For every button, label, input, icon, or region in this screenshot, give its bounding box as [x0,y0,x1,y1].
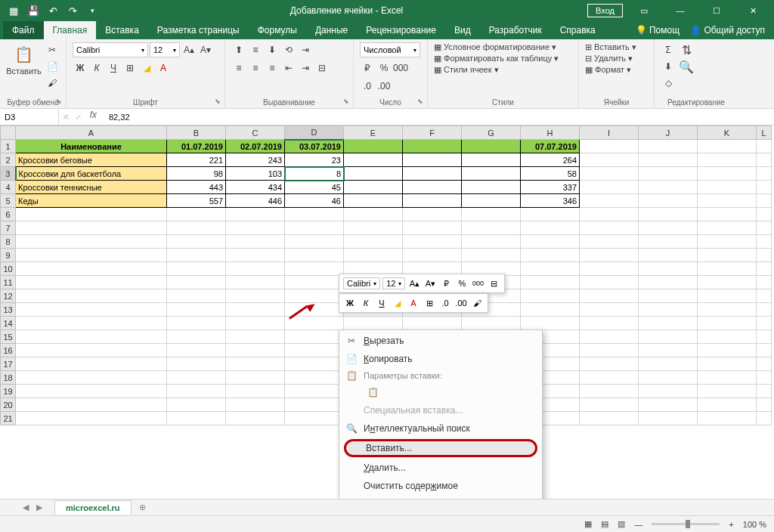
align-left-button[interactable]: ≡ [231,60,246,76]
cell-C3[interactable]: 103 [226,167,285,181]
col-header-A[interactable]: A [16,126,167,140]
cell-C21[interactable] [226,412,285,425]
cell-E6[interactable] [344,208,403,221]
cell-B14[interactable] [167,317,226,330]
cell-K15[interactable] [698,330,757,344]
cell-I9[interactable] [580,249,639,262]
cell-G7[interactable] [462,221,521,235]
italic-button[interactable]: К [89,60,104,76]
ctx-paste-option-1[interactable]: 📋 [339,383,542,401]
mini-italic-button[interactable]: К [359,296,373,310]
cell-J2[interactable] [639,153,698,167]
row-header-15[interactable]: 15 [1,330,16,344]
align-top-button[interactable]: ⬆ [231,42,246,57]
cell-A19[interactable] [16,385,167,398]
cell-J17[interactable] [639,357,698,371]
cut-button[interactable]: ✂ [45,42,60,57]
cell-B12[interactable] [167,289,226,303]
mini-grow-font-button[interactable]: A▴ [407,277,421,290]
row-header-18[interactable]: 18 [1,371,16,385]
row-header-2[interactable]: 2 [1,153,16,167]
cell-L8[interactable] [757,235,772,249]
cell-A10[interactable] [16,262,167,276]
cell-C18[interactable] [226,371,285,385]
row-header-4[interactable]: 4 [1,181,16,194]
tab-home[interactable]: Главная [44,21,97,39]
sheet-nav-prev[interactable]: ◀ [23,503,29,512]
cell-D4[interactable]: 45 [285,181,344,194]
cell-K11[interactable] [698,276,757,289]
ctx-cut[interactable]: ✂Вырезать [339,332,542,350]
cell-A7[interactable] [16,221,167,235]
cell-I6[interactable] [580,208,639,221]
cell-D3[interactable]: 8 [285,167,344,181]
currency-button[interactable]: ₽ [360,60,375,76]
cell-D10[interactable] [285,262,344,276]
ctx-insert[interactable]: Вставить... [344,439,537,457]
cell-A1[interactable]: Наименование [16,140,167,153]
cell-L11[interactable] [757,276,772,289]
decrease-indent-button[interactable]: ⇤ [281,60,296,76]
col-header-J[interactable]: J [639,126,698,140]
row-header-9[interactable]: 9 [1,249,16,262]
col-header-I[interactable]: I [580,126,639,140]
cell-I20[interactable] [580,398,639,412]
mini-comma-button[interactable]: 000 [471,277,485,290]
font-launcher[interactable]: ⬊ [212,96,223,107]
font-color-button[interactable]: A [156,60,171,76]
cell-H11[interactable] [521,276,580,289]
cell-G5[interactable] [462,194,521,208]
cell-styles-button[interactable]: ▦ Стили ячеек ▾ [434,65,572,75]
cell-C20[interactable] [226,398,285,412]
cell-J21[interactable] [639,412,698,425]
cell-H8[interactable] [521,235,580,249]
cell-G6[interactable] [462,208,521,221]
orientation-button[interactable]: ⟲ [281,42,296,57]
mini-decdec-button[interactable]: .00 [454,296,468,310]
mini-shrink-font-button[interactable]: A▾ [423,277,437,290]
cell-A16[interactable] [16,344,167,357]
merge-button[interactable]: ⊟ [314,60,330,76]
fill-button[interactable]: ⬇ [661,59,676,74]
mini-currency-button[interactable]: ₽ [439,277,453,290]
cell-D19[interactable] [285,385,344,398]
tab-view[interactable]: Вид [445,21,480,39]
col-header-F[interactable]: F [403,126,462,140]
cell-J5[interactable] [639,194,698,208]
cell-F1[interactable] [403,140,462,153]
cell-B1[interactable]: 01.07.2019 [167,140,226,153]
font-name-combo[interactable]: Calibri▾ [73,42,148,57]
cell-D8[interactable] [285,235,344,249]
cell-D14[interactable] [285,317,344,330]
cell-H5[interactable]: 346 [521,194,580,208]
cell-E2[interactable] [344,153,403,167]
cell-D2[interactable]: 23 [285,153,344,167]
cell-K16[interactable] [698,344,757,357]
cell-K17[interactable] [698,357,757,371]
cell-D18[interactable] [285,371,344,385]
ctx-smart-lookup[interactable]: 🔍Интеллектуальный поиск [339,419,542,438]
cell-A11[interactable] [16,276,167,289]
save-button[interactable]: 💾 [24,2,42,20]
row-header-8[interactable]: 8 [1,235,16,249]
ctx-copy[interactable]: 📄Копировать [339,350,542,368]
cell-I16[interactable] [580,344,639,357]
close-button[interactable]: ✕ [738,0,768,21]
mini-border-button[interactable]: ⊞ [423,296,436,310]
cell-J15[interactable] [639,330,698,344]
col-header-E[interactable]: E [344,126,403,140]
new-sheet-button[interactable]: ⊕ [139,503,146,512]
cell-F7[interactable] [403,221,462,235]
cell-C2[interactable]: 243 [226,153,285,167]
cell-C10[interactable] [226,262,285,276]
cell-L21[interactable] [757,412,772,425]
cell-K6[interactable] [698,208,757,221]
cell-A17[interactable] [16,357,167,371]
cell-J9[interactable] [639,249,698,262]
cell-B17[interactable] [167,357,226,371]
cell-L13[interactable] [757,303,772,317]
cell-K14[interactable] [698,317,757,330]
cell-A12[interactable] [16,289,167,303]
cell-J10[interactable] [639,262,698,276]
cell-E3[interactable] [344,167,403,181]
